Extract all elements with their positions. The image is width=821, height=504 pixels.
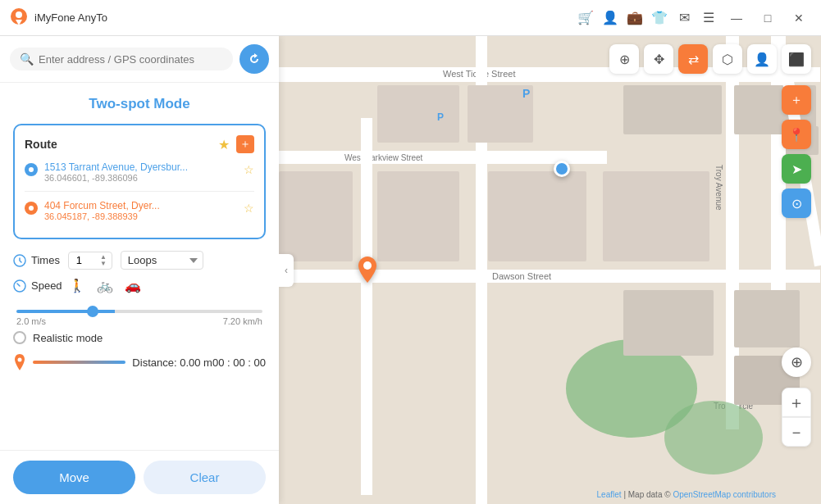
- svg-point-27: [664, 401, 763, 474]
- clear-button[interactable]: Clear: [144, 461, 266, 494]
- distance-pin-icon: [13, 354, 26, 370]
- svg-rect-18: [361, 118, 372, 495]
- realistic-mode-radio[interactable]: [13, 331, 26, 344]
- svg-point-26: [566, 339, 697, 438]
- location-b-coords: 36.045187, -89.388939: [44, 211, 237, 221]
- map-toolbar: ⊕ ✥ ⇄ ⬡ 👤 ⬛: [609, 44, 811, 74]
- loops-select[interactable]: Loops Round Trip Infinite Loop: [121, 251, 203, 270]
- main-container: 🔍 Two-spot Mode Route ★ ＋: [0, 36, 821, 504]
- map-area[interactable]: West Tickle Street West Parkview Street …: [279, 36, 821, 504]
- realistic-mode-row: Realistic mode: [13, 331, 266, 344]
- times-loops-row: Times ▲ ▼ Loops Round Trip Infinite Loop: [13, 251, 266, 270]
- add-route-button[interactable]: ＋: [236, 135, 254, 153]
- location-b-star-icon[interactable]: ☆: [244, 202, 254, 215]
- map-right-panel: ＋ 📍 ➤ ⊙: [782, 85, 811, 218]
- leaflet-link[interactable]: Leaflet: [597, 490, 622, 499]
- bike-icon: 🚲: [97, 278, 113, 293]
- svg-text:West Parkview Street: West Parkview Street: [344, 153, 423, 162]
- app-title: iMyFone AnyTo: [34, 11, 577, 24]
- location-b-name[interactable]: 404 Forcum Street, Dyer...: [44, 200, 237, 211]
- svg-text:Dawson Street: Dawson Street: [492, 271, 551, 281]
- map-attribution: Leaflet | Map data © OpenStreetMap contr…: [597, 490, 776, 499]
- times-number-input[interactable]: [74, 254, 97, 266]
- speed-values: 2.0 m/s 7.20 km/h: [16, 316, 262, 326]
- search-icon: 🔍: [20, 52, 34, 66]
- title-bar-icons: 🛒 👤 💼 👕 ✉ ☰ — □ ✕: [577, 9, 811, 27]
- svg-point-1: [16, 11, 22, 18]
- walk-icon: 🚶: [69, 278, 85, 293]
- route-label: Route: [25, 138, 57, 151]
- time-text: 00 : 00 : 00: [212, 356, 266, 369]
- mode-title: Two-spot Mode: [13, 96, 266, 112]
- speed-label: Speed: [13, 279, 62, 293]
- bag-icon[interactable]: 💼: [626, 9, 644, 27]
- mode-panel: Two-spot Mode Route ★ ＋ 1513 Tarra: [0, 83, 279, 450]
- times-label: Times: [13, 254, 60, 267]
- search-input[interactable]: [39, 53, 223, 66]
- speedometer-icon: [13, 279, 26, 293]
- move-button[interactable]: Move: [13, 461, 135, 494]
- app-logo: [10, 7, 28, 29]
- svg-point-5: [18, 358, 22, 362]
- close-button[interactable]: ✕: [787, 9, 811, 27]
- refresh-button[interactable]: [239, 44, 269, 74]
- move-tool-button[interactable]: ✥: [644, 44, 673, 74]
- joystick-tool-button[interactable]: ⬛: [782, 44, 811, 74]
- left-panel: 🔍 Two-spot Mode Route ★ ＋: [0, 36, 279, 504]
- speed-max-value: 7.20 km/h: [223, 316, 262, 326]
- location-b-dot: [25, 202, 38, 215]
- menu-icon[interactable]: ☰: [700, 9, 718, 27]
- times-down-arrow[interactable]: ▼: [100, 261, 107, 267]
- mail-icon[interactable]: ✉: [675, 9, 693, 27]
- svg-rect-22: [279, 171, 353, 261]
- realistic-mode-label: Realistic mode: [33, 332, 103, 344]
- twospot-tool-button[interactable]: ⇄: [678, 44, 708, 74]
- svg-rect-19: [476, 36, 487, 504]
- location-a-star-icon[interactable]: ☆: [244, 163, 254, 176]
- svg-rect-21: [468, 85, 533, 143]
- svg-rect-30: [623, 290, 714, 356]
- location-b-item: 404 Forcum Street, Dyer... 36.045187, -8…: [25, 200, 254, 221]
- svg-rect-25: [603, 171, 709, 261]
- person-tool-button[interactable]: 👤: [747, 44, 777, 74]
- svg-rect-28: [623, 85, 722, 134]
- osm-link[interactable]: OpenStreetMap contributors: [673, 490, 776, 499]
- zoom-out-button[interactable]: －: [782, 417, 811, 447]
- distance-bar: Distance: 0.00 m 00 : 00 : 00: [13, 354, 266, 370]
- buttons-row: Move Clear: [0, 450, 279, 504]
- zoom-in-button[interactable]: ＋: [782, 388, 811, 417]
- search-input-wrap[interactable]: 🔍: [10, 48, 233, 70]
- progress-track: [33, 361, 125, 364]
- end-marker: [358, 257, 377, 286]
- multispot-tool-button[interactable]: ⬡: [713, 44, 742, 74]
- svg-text:P: P: [437, 111, 444, 123]
- minimize-button[interactable]: —: [724, 9, 749, 27]
- location-pin-button[interactable]: 📍: [782, 120, 811, 149]
- svg-text:Troy Avenue: Troy Avenue: [714, 165, 723, 211]
- route-header: Route ★ ＋: [25, 135, 254, 153]
- svg-text:West Tickle Street: West Tickle Street: [443, 69, 515, 79]
- shirt-icon[interactable]: 👕: [650, 9, 668, 27]
- speed-row: Speed 🚶 🚲 🚗: [13, 278, 266, 293]
- location-a-coords: 36.046601, -89.386096: [44, 173, 237, 183]
- cart-icon[interactable]: 🛒: [577, 9, 595, 27]
- route-star-icon[interactable]: ★: [218, 137, 230, 152]
- times-input[interactable]: ▲ ▼: [68, 252, 112, 270]
- times-spinner[interactable]: ▲ ▼: [100, 254, 107, 267]
- distance-text: Distance: 0.00 m: [132, 356, 212, 369]
- collapse-panel-button[interactable]: ‹: [279, 254, 294, 287]
- compass-button[interactable]: ⊕: [782, 347, 811, 377]
- speed-slider[interactable]: [16, 310, 262, 313]
- location-a-text: 1513 Tarrant Avenue, Dyersbur... 36.0466…: [44, 161, 237, 183]
- navigate-button[interactable]: ➤: [782, 154, 811, 184]
- svg-rect-31: [734, 290, 800, 347]
- speed-icons: 🚶 🚲 🚗: [69, 278, 141, 293]
- title-bar: iMyFone AnyTo 🛒 👤 💼 👕 ✉ ☰ — □ ✕: [0, 0, 821, 36]
- toggle-button[interactable]: ⊙: [782, 188, 811, 218]
- user-icon[interactable]: 👤: [601, 9, 619, 27]
- maximize-button[interactable]: □: [755, 9, 780, 27]
- add-pin-button[interactable]: ＋: [782, 85, 811, 115]
- location-a-name[interactable]: 1513 Tarrant Avenue, Dyersbur...: [44, 161, 237, 173]
- svg-rect-24: [488, 171, 586, 261]
- target-tool-button[interactable]: ⊕: [609, 44, 639, 74]
